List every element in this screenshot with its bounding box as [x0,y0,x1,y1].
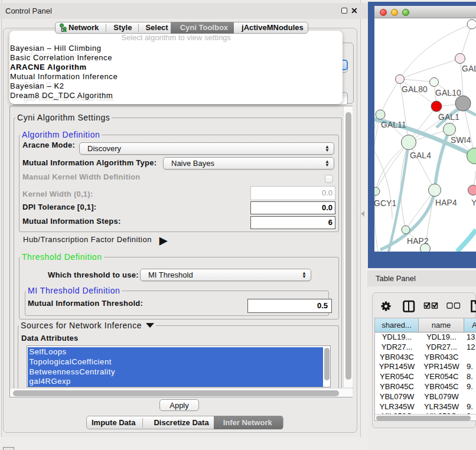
svg-text:GAL11: GAL11 [381,120,406,129]
svg-text:GAL10: GAL10 [435,89,461,97]
svg-text:SWI4: SWI4 [451,136,471,145]
svg-text:GAL80: GAL80 [402,85,428,94]
svg-text:GAL7: GAL7 [462,64,476,73]
svg-text:GAL1: GAL1 [438,113,459,122]
svg-text:GAL4: GAL4 [410,151,431,160]
svg-text:HAP2: HAP2 [407,237,429,246]
svg-text:Y: Y [471,198,476,207]
svg-text:HAP4: HAP4 [435,198,457,207]
svg-text:GCY1: GCY1 [374,199,396,208]
